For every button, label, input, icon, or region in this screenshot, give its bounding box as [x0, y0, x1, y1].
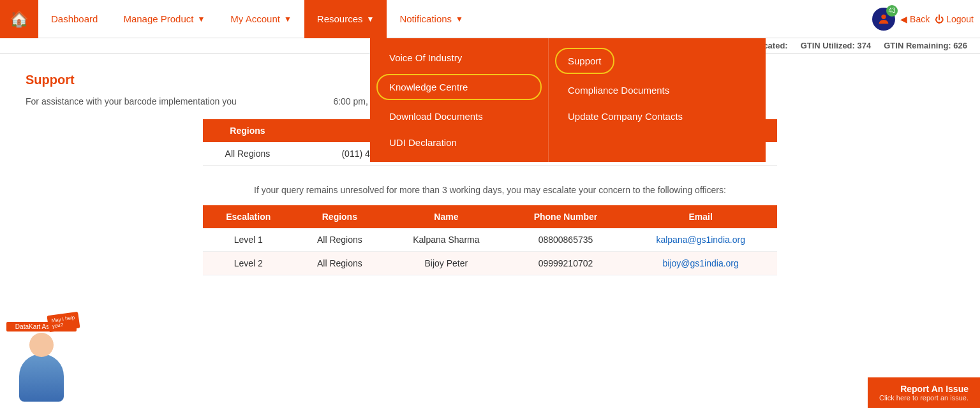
- escalation-header-row: Escalation Regions Name Phone Number Ema…: [203, 205, 777, 228]
- escalation-table-head: Escalation Regions Name Phone Number Ema…: [203, 205, 777, 228]
- phone-cell: 08800865735: [507, 228, 625, 252]
- nav-notifications[interactable]: Notifications ▼: [387, 0, 476, 38]
- report-issue-sub-label: Click here to report an issue.: [879, 394, 969, 402]
- region-cell: All Regions: [294, 252, 386, 275]
- nav-notifications-arrow: ▼: [456, 15, 463, 24]
- user-icon-wrap: 43: [872, 8, 895, 31]
- col-regions: Regions: [203, 119, 292, 142]
- dropdown-col-1: Voice Of Industry Knowledge Centre Downl…: [370, 38, 549, 162]
- top-navigation: 🏠 Dashboard Manage Product ▼ My Account …: [0, 0, 980, 38]
- nav-resources-label: Resources: [317, 13, 363, 24]
- email-cell: kalpana@gs1india.org: [624, 228, 777, 252]
- dropdown-knowledge-centre[interactable]: Knowledge Centre: [376, 74, 542, 100]
- dropdown-update-company-contacts[interactable]: Update Company Contacts: [549, 103, 727, 129]
- dropdown-download-documents[interactable]: Download Documents: [370, 103, 548, 129]
- level-cell: Level 1: [203, 228, 294, 252]
- dropdown-udi-declaration[interactable]: UDI Declaration: [370, 129, 548, 156]
- gtin-utilized-value: 374: [858, 41, 872, 50]
- gtin-utilized-label: GTIN Utilized:: [801, 41, 855, 50]
- name-cell: Bijoy Peter: [385, 252, 507, 275]
- email-link[interactable]: bijoy@gs1india.org: [663, 258, 739, 268]
- gtin-utilized: GTIN Utilized: 374: [801, 41, 872, 50]
- escalation-table-body: Level 1 All Regions Kalpana Sharma 08800…: [203, 228, 777, 275]
- name-cell: Kalpana Sharma: [385, 228, 507, 252]
- resources-dropdown: Voice Of Industry Knowledge Centre Downl…: [370, 38, 766, 162]
- region-cell: All Regions: [203, 142, 292, 166]
- gtin-remaining-label: GTIN Remaining:: [884, 41, 951, 50]
- col-name: Name: [385, 205, 507, 228]
- back-label: Back: [910, 14, 930, 24]
- nav-my-account-label: My Account: [230, 13, 280, 24]
- gtin-remaining: GTIN Remaining: 626: [884, 41, 967, 50]
- report-issue-main-label: Report An Issue: [879, 384, 969, 394]
- nav-resources-arrow: ▼: [367, 15, 375, 24]
- notification-badge: 43: [886, 5, 898, 17]
- back-button[interactable]: ◀ Back: [900, 14, 930, 24]
- dropdown-col-2: Support Compliance Documents Update Comp…: [549, 38, 727, 162]
- table-row: Level 2 All Regions Bijoy Peter 09999210…: [203, 252, 777, 275]
- nav-right-section: 43 ◀ Back ⏻ Logout: [872, 8, 980, 31]
- back-icon: ◀: [900, 14, 907, 24]
- nav-my-account[interactable]: My Account ▼: [218, 0, 304, 38]
- col-phone-esc: Phone Number: [507, 205, 625, 228]
- gtin-remaining-value: 626: [953, 41, 967, 50]
- assistant-head: [29, 333, 54, 357]
- nav-my-account-arrow: ▼: [284, 15, 292, 24]
- col-email-esc: Email: [624, 205, 777, 228]
- escalation-table-wrap: Escalation Regions Name Phone Number Ema…: [203, 205, 777, 275]
- logout-label: Logout: [946, 14, 974, 24]
- svg-point-0: [881, 14, 886, 18]
- nav-resources[interactable]: Resources ▼: [304, 0, 387, 38]
- level-cell: Level 2: [203, 252, 294, 275]
- email-cell: bijoy@gs1india.org: [624, 252, 777, 275]
- assistant-body: [19, 354, 64, 402]
- home-icon: 🏠: [10, 10, 29, 28]
- region-cell: All Regions: [294, 228, 386, 252]
- nav-dashboard[interactable]: Dashboard: [38, 0, 110, 38]
- col-regions-esc: Regions: [294, 205, 386, 228]
- datakart-assistant[interactable]: DataKart Assistant May I helpyou?: [6, 322, 77, 402]
- dropdown-voice-of-industry[interactable]: Voice Of Industry: [370, 45, 548, 71]
- escalation-text: If your query remains unresolved for mor…: [26, 185, 954, 195]
- col-escalation: Escalation: [203, 205, 294, 228]
- table-row: Level 1 All Regions Kalpana Sharma 08800…: [203, 228, 777, 252]
- report-issue-button[interactable]: Report An Issue Click here to report an …: [868, 377, 980, 408]
- nav-notifications-label: Notifications: [399, 13, 452, 24]
- logout-icon: ⏻: [935, 14, 944, 24]
- nav-manage-product-label: Manage Product: [123, 13, 193, 24]
- phone-cell: 09999210702: [507, 252, 625, 275]
- escalation-table: Escalation Regions Name Phone Number Ema…: [203, 205, 777, 275]
- nav-manage-product-arrow: ▼: [197, 15, 205, 24]
- dropdown-support[interactable]: Support: [555, 48, 614, 74]
- nav-manage-product[interactable]: Manage Product ▼: [110, 0, 218, 38]
- home-button[interactable]: 🏠: [0, 0, 38, 38]
- logout-button[interactable]: ⏻ Logout: [935, 14, 974, 24]
- nav-dashboard-label: Dashboard: [51, 13, 98, 24]
- email-link[interactable]: kalpana@gs1india.org: [656, 235, 745, 245]
- dropdown-compliance-documents[interactable]: Compliance Documents: [549, 77, 727, 103]
